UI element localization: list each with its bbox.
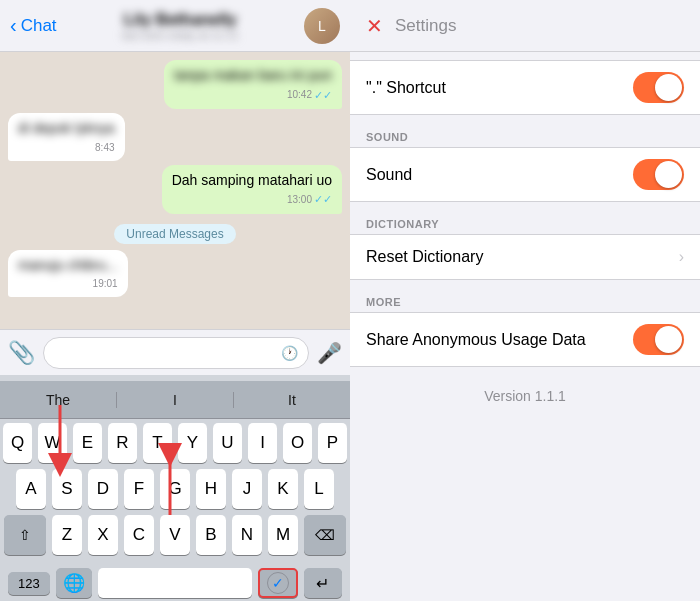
message-text: manuju chibru... [18, 256, 118, 276]
usage-data-toggle[interactable] [633, 324, 684, 355]
suggestion-i[interactable]: I [117, 392, 234, 408]
send-button[interactable]: ✓ [258, 568, 298, 598]
message-time: 19:01 [18, 277, 118, 291]
settings-section-dictionary: DICTIONARY Reset Dictionary › [350, 210, 700, 280]
key-l[interactable]: L [304, 469, 334, 509]
settings-content: "." Shortcut SOUND Sound DIC [350, 52, 700, 601]
received-bubble: manuju chibru... 19:01 [8, 250, 128, 298]
message-time: 8:43 [18, 141, 115, 155]
chevron-right-icon: › [679, 248, 684, 266]
dictionary-section-header: DICTIONARY [350, 210, 700, 234]
sound-label: Sound [366, 166, 633, 184]
more-section-header: MORE [350, 288, 700, 312]
sound-toggle[interactable] [633, 159, 684, 190]
key-r[interactable]: R [108, 423, 137, 463]
received-bubble: di depok lyknya 8:43 [8, 113, 125, 161]
chat-header: ‹ Chat Lily Bethanelly last seen today a… [0, 0, 350, 52]
shortcut-toggle[interactable] [633, 72, 684, 103]
message-text: tanpa makan baru ini pun [174, 66, 332, 86]
back-button[interactable]: ‹ Chat [10, 14, 57, 37]
contact-status: last seen today at 11:11 [122, 29, 239, 41]
sent-bubble: tanpa makan baru ini pun 10:42 ✓✓ [164, 60, 342, 109]
key-c[interactable]: C [124, 515, 154, 555]
key-row-3: ⇧ Z X C V B N M ⌫ [3, 515, 347, 555]
message-bubble: tanpa makan baru ini pun 10:42 ✓✓ [8, 60, 342, 109]
key-return[interactable]: ↵ [304, 568, 342, 598]
key-emoji[interactable]: 🌐 [56, 568, 92, 598]
chat-messages: tanpa makan baru ini pun 10:42 ✓✓ di dep… [0, 52, 350, 329]
key-i[interactable]: I [248, 423, 277, 463]
unread-divider: Unread Messages [8, 218, 342, 250]
mic-button[interactable]: 🎤 [317, 341, 342, 365]
toggle-thumb [655, 326, 682, 353]
chat-input-area: 📎 🕐 🎤 [0, 329, 350, 375]
message-time: 10:42 ✓✓ [174, 88, 332, 103]
key-u[interactable]: U [213, 423, 242, 463]
attach-button[interactable]: 📎 [8, 340, 35, 366]
key-x[interactable]: X [88, 515, 118, 555]
settings-group-sound: Sound [350, 147, 700, 202]
key-o[interactable]: O [283, 423, 312, 463]
message-bubble: manuju chibru... 19:01 [8, 250, 342, 298]
unread-badge: Unread Messages [114, 224, 235, 244]
settings-section-sound: SOUND Sound [350, 123, 700, 202]
sound-section-header: SOUND [350, 123, 700, 147]
chat-panel: ‹ Chat Lily Bethanelly last seen today a… [0, 0, 350, 601]
settings-row-shortcut: "." Shortcut [350, 61, 700, 114]
settings-row-reset-dictionary[interactable]: Reset Dictionary › [350, 235, 700, 279]
message-bubble: Dah samping matahari uo 13:00 ✓✓ [8, 165, 342, 214]
check-marks: ✓✓ [314, 88, 332, 103]
key-v[interactable]: V [160, 515, 190, 555]
key-h[interactable]: H [196, 469, 226, 509]
message-text: Dah samping matahari uo [172, 171, 332, 191]
key-space[interactable] [98, 568, 252, 598]
reset-dictionary-label: Reset Dictionary [366, 248, 679, 266]
key-z[interactable]: Z [52, 515, 82, 555]
settings-footer: Version 1.1.1 [350, 367, 700, 425]
check-marks: ✓✓ [314, 192, 332, 207]
key-shift[interactable]: ⇧ [4, 515, 46, 555]
checkmark-icon: ✓ [272, 575, 284, 591]
sent-bubble: Dah samping matahari uo 13:00 ✓✓ [162, 165, 342, 214]
toggle-thumb [655, 74, 682, 101]
shortcut-label: "." Shortcut [366, 79, 633, 97]
back-label: Chat [21, 16, 57, 36]
usage-data-label: Share Anonymous Usage Data [366, 331, 633, 349]
settings-section-shortcut: "." Shortcut [350, 60, 700, 115]
suggestion-it[interactable]: It [234, 392, 350, 408]
settings-title: Settings [395, 16, 456, 36]
message-time: 13:00 ✓✓ [172, 192, 332, 207]
message-bubble: di depok lyknya 8:43 [8, 113, 342, 161]
key-d[interactable]: D [88, 469, 118, 509]
settings-row-sound: Sound [350, 148, 700, 201]
chevron-left-icon: ‹ [10, 14, 17, 37]
settings-group-shortcut: "." Shortcut [350, 60, 700, 115]
keyboard-bottom-bar: 123 🌐 ✓ ↵ [0, 565, 350, 601]
key-n[interactable]: N [232, 515, 262, 555]
settings-panel: ✕ Settings "." Shortcut SOUND Sound [350, 0, 700, 601]
key-m[interactable]: M [268, 515, 298, 555]
toggle-thumb [655, 161, 682, 188]
contact-info: Lily Bethanelly last seen today at 11:11 [63, 11, 298, 41]
key-numbers[interactable]: 123 [8, 572, 50, 595]
settings-group-more: Share Anonymous Usage Data [350, 312, 700, 367]
avatar[interactable]: L [304, 8, 340, 44]
key-b[interactable]: B [196, 515, 226, 555]
settings-section-more: MORE Share Anonymous Usage Data [350, 288, 700, 367]
settings-header: ✕ Settings [350, 0, 700, 52]
key-q[interactable]: Q [3, 423, 32, 463]
message-text: di depok lyknya [18, 119, 115, 139]
version-text: Version 1.1.1 [484, 388, 566, 404]
key-delete[interactable]: ⌫ [304, 515, 346, 555]
settings-group-dictionary: Reset Dictionary › [350, 234, 700, 280]
key-p[interactable]: P [318, 423, 347, 463]
key-k[interactable]: K [268, 469, 298, 509]
key-j[interactable]: J [232, 469, 262, 509]
settings-row-usage-data: Share Anonymous Usage Data [350, 313, 700, 366]
close-button[interactable]: ✕ [366, 14, 383, 38]
message-input[interactable]: 🕐 [43, 337, 309, 369]
send-circle: ✓ [267, 572, 289, 594]
clock-icon: 🕐 [281, 345, 298, 361]
contact-name: Lily Bethanelly [124, 11, 237, 29]
